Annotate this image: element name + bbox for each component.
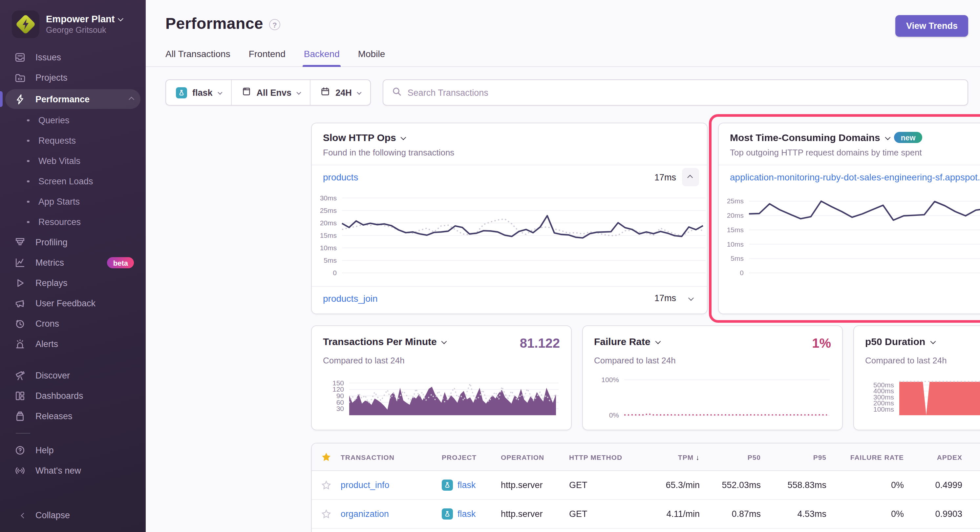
flask-project-icon bbox=[176, 87, 187, 98]
sidebar-item-requests[interactable]: Requests bbox=[5, 130, 140, 151]
sidebar-item-metrics[interactable]: Metrics beta bbox=[5, 253, 140, 273]
failure-rate-selector[interactable]: Failure Rate bbox=[594, 336, 659, 347]
sidebar-item-help[interactable]: Help bbox=[5, 440, 140, 461]
search-icon bbox=[392, 86, 402, 99]
project-link[interactable]: flask bbox=[442, 480, 501, 491]
tab-mobile[interactable]: Mobile bbox=[358, 49, 385, 66]
sidebar-item-releases[interactable]: Releases bbox=[5, 406, 140, 426]
domains-selector[interactable]: Most Time-Consuming Domains new bbox=[730, 132, 980, 143]
sidebar-item-label: Dashboards bbox=[35, 391, 83, 401]
sidebar-item-resources[interactable]: Resources bbox=[5, 212, 140, 232]
sidebar-item-label: Web Vitals bbox=[38, 156, 80, 166]
p50-duration-chart: 500ms400ms300ms200ms100ms bbox=[865, 376, 980, 421]
svg-text:25ms: 25ms bbox=[320, 206, 337, 214]
column-header-users[interactable]: USERS bbox=[964, 453, 980, 461]
column-header-apdex[interactable]: APDEX bbox=[905, 453, 964, 461]
sidebar-item-label: Crons bbox=[35, 319, 59, 329]
p50-selector[interactable]: p50 Duration bbox=[865, 336, 934, 347]
column-header-p95[interactable]: P95 bbox=[762, 453, 828, 461]
time-consuming-domains-panel: Most Time-Consuming Domains new Top outg… bbox=[718, 123, 980, 314]
users-cell: 4.3k bbox=[964, 480, 980, 490]
star-filled-icon[interactable] bbox=[312, 452, 340, 462]
sidebar-item-web-vitals[interactable]: Web Vitals bbox=[5, 151, 140, 171]
sidebar-item-queries[interactable]: Queries bbox=[5, 110, 140, 130]
sidebar-item-performance[interactable]: Performance bbox=[5, 89, 140, 109]
environment-icon bbox=[242, 87, 251, 98]
beta-badge: beta bbox=[107, 257, 134, 268]
svg-text:5ms: 5ms bbox=[324, 256, 337, 264]
slow-http-ops-selector[interactable]: Slow HTTP Ops bbox=[323, 132, 697, 143]
sidebar-item-replays[interactable]: Replays bbox=[5, 273, 140, 293]
tpm-chart: 150120906030 bbox=[323, 376, 560, 421]
chevron-down-icon bbox=[218, 90, 222, 94]
transaction-link[interactable]: products bbox=[323, 172, 358, 183]
expand-toggle-button[interactable] bbox=[682, 289, 699, 307]
column-header-transaction[interactable]: TRANSACTION bbox=[340, 453, 442, 461]
column-header-http-method[interactable]: HTTP METHOD bbox=[569, 453, 645, 461]
tab-backend[interactable]: Backend bbox=[304, 49, 340, 66]
sidebar-item-crons[interactable]: Crons bbox=[5, 314, 140, 334]
sidebar-item-user-feedback[interactable]: User Feedback bbox=[5, 293, 140, 314]
sidebar-item-label: Profiling bbox=[35, 237, 68, 247]
sidebar-item-dashboards[interactable]: Dashboards bbox=[5, 386, 140, 406]
megaphone-icon bbox=[14, 298, 25, 309]
transaction-link[interactable]: products_join bbox=[323, 293, 378, 303]
page-title: Performance bbox=[165, 14, 263, 33]
sidebar-item-projects[interactable]: Projects bbox=[5, 68, 140, 88]
domain-link[interactable]: application-monitoring-ruby-dot-sales-en… bbox=[730, 172, 980, 183]
help-tooltip-icon[interactable]: ? bbox=[269, 19, 280, 30]
panel-subtitle: Found in the following transactions bbox=[323, 148, 697, 157]
sidebar-item-alerts[interactable]: Alerts bbox=[5, 334, 140, 354]
chevron-down-icon bbox=[442, 338, 447, 344]
sidebar-divider bbox=[16, 433, 30, 434]
chevron-down-icon bbox=[931, 338, 936, 344]
star-outline-icon[interactable] bbox=[312, 509, 340, 519]
table-row[interactable]: product_info flask http.server GET 65.3/… bbox=[312, 471, 980, 500]
environment-filter[interactable]: All Envs bbox=[231, 80, 310, 105]
collapse-toggle-button[interactable] bbox=[682, 168, 699, 186]
view-trends-button[interactable]: View Trends bbox=[896, 15, 968, 37]
time-range-filter[interactable]: 24H bbox=[310, 80, 370, 105]
column-header-failure-rate[interactable]: FAILURE RATE bbox=[828, 453, 905, 461]
sidebar-item-discover[interactable]: Discover bbox=[5, 365, 140, 386]
svg-text:15ms: 15ms bbox=[727, 226, 744, 233]
sidebar-item-label: Alerts bbox=[35, 339, 58, 349]
org-switcher[interactable]: Empower Plant George Gritsouk bbox=[0, 0, 146, 38]
chevron-left-icon bbox=[14, 510, 25, 521]
collapse-label: Collapse bbox=[35, 510, 70, 520]
failure-rate-chart: 100%0% bbox=[594, 376, 831, 421]
svg-text:25ms: 25ms bbox=[727, 197, 744, 205]
issues-icon bbox=[14, 52, 25, 63]
collapse-button[interactable]: Collapse bbox=[5, 505, 140, 526]
time-range-label: 24H bbox=[336, 87, 352, 97]
svg-text:100%: 100% bbox=[601, 376, 619, 383]
tpm-selector[interactable]: Transactions Per Minute bbox=[323, 336, 446, 347]
star-outline-icon[interactable] bbox=[312, 480, 340, 490]
calendar-icon bbox=[320, 87, 330, 98]
metric-title: p50 Duration bbox=[865, 336, 925, 347]
sidebar-item-label: Queries bbox=[38, 116, 70, 125]
sidebar-item-whats-new[interactable]: What's new bbox=[5, 461, 140, 481]
tab-frontend[interactable]: Frontend bbox=[249, 49, 286, 66]
sidebar-item-issues[interactable]: Issues bbox=[5, 47, 140, 68]
sidebar-item-app-starts[interactable]: App Starts bbox=[5, 192, 140, 212]
column-header-tpm[interactable]: TPM ↓ bbox=[645, 453, 701, 461]
search-input[interactable] bbox=[407, 87, 959, 97]
column-header-p50[interactable]: P50 bbox=[701, 453, 762, 461]
tab-all-transactions[interactable]: All Transactions bbox=[165, 49, 231, 66]
operation-cell: http.server bbox=[501, 509, 569, 519]
project-link[interactable]: flask bbox=[442, 508, 501, 519]
svg-text:0: 0 bbox=[740, 269, 744, 276]
column-header-operation[interactable]: OPERATION bbox=[501, 453, 569, 461]
sidebar-item-screen-loads[interactable]: Screen Loads bbox=[5, 171, 140, 192]
http-method-cell: GET bbox=[569, 509, 645, 519]
column-header-project[interactable]: PROJECT bbox=[442, 453, 501, 461]
svg-text:15ms: 15ms bbox=[320, 232, 337, 239]
project-filter[interactable]: flask bbox=[166, 80, 231, 105]
bullet-icon bbox=[27, 140, 29, 142]
tpm-cell: 65.3/min bbox=[645, 480, 701, 490]
table-row[interactable]: organization flask http.server GET 4.11/… bbox=[312, 500, 980, 529]
sidebar-item-profiling[interactable]: Profiling bbox=[5, 232, 140, 253]
p50-cell: 0.87ms bbox=[701, 509, 762, 519]
failure-rate-card: Failure Rate 1% Compared to last 24h 100… bbox=[582, 326, 843, 430]
